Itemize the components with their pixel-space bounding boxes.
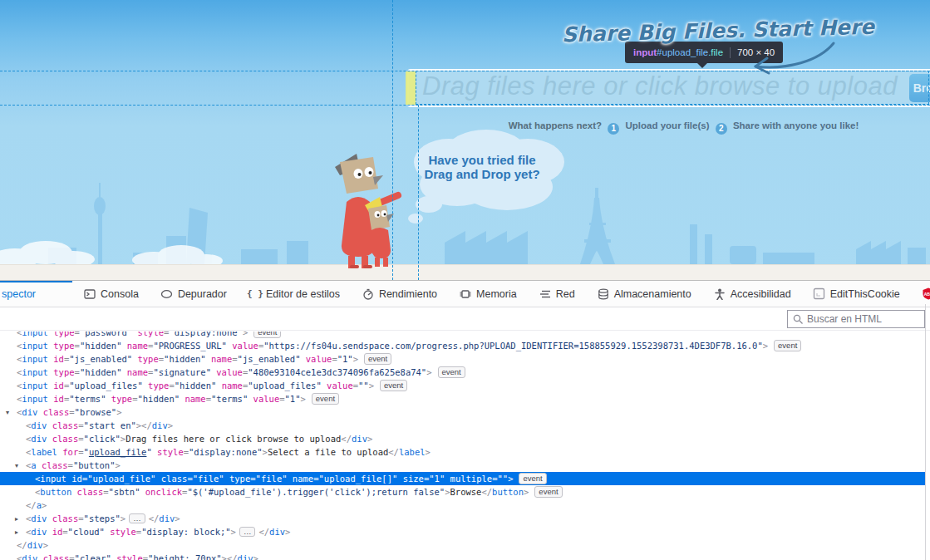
markup-line[interactable]: <input type="hidden" name="signature" va… bbox=[0, 366, 926, 379]
code-token: > bbox=[121, 513, 125, 523]
code-token: > bbox=[353, 354, 358, 364]
expander-collapsed-icon[interactable]: ▸ bbox=[15, 526, 18, 539]
tab-performance[interactable]: Rendimiento bbox=[351, 281, 448, 307]
code-token: Browse bbox=[450, 487, 481, 497]
markup-line[interactable]: <div class="start en"></div> bbox=[0, 419, 926, 432]
devtools-panel: spectorConsolaDepurador{ }Editor de esti… bbox=[0, 280, 930, 560]
tab-styleeditor[interactable]: { }Editor de estilos bbox=[238, 281, 351, 307]
code-token: button bbox=[492, 487, 524, 497]
event-badge[interactable]: event bbox=[774, 340, 801, 351]
code-token: "" bbox=[358, 381, 369, 391]
markup-line[interactable]: ▸<div class="steps">…</div> bbox=[0, 512, 926, 525]
html-search-box[interactable] bbox=[787, 310, 925, 328]
event-badge[interactable]: event bbox=[253, 332, 281, 338]
expander-open-icon[interactable]: ▾ bbox=[6, 406, 9, 420]
code-token: input bbox=[22, 394, 48, 404]
accessibility-icon bbox=[713, 288, 726, 300]
code-token: "display: block;" bbox=[141, 527, 230, 537]
storage-icon bbox=[597, 288, 610, 300]
markup-line-selected[interactable]: <input id="upload_file" class="file" typ… bbox=[0, 472, 926, 485]
code-token: "display:none" bbox=[169, 332, 243, 337]
expander-collapsed-icon[interactable]: ▸ bbox=[15, 513, 18, 526]
event-badge[interactable]: event bbox=[438, 366, 465, 378]
code-token: name bbox=[222, 381, 243, 391]
ground-strip bbox=[0, 264, 930, 280]
markup-line[interactable]: <div class="click">Drag files here or cl… bbox=[0, 432, 926, 445]
code-token: div bbox=[352, 434, 367, 444]
network-icon bbox=[539, 288, 552, 300]
code-token: "1" bbox=[429, 474, 445, 484]
code-token: "file" bbox=[256, 474, 288, 484]
code-token: "start en" bbox=[84, 420, 136, 430]
event-badge[interactable]: event bbox=[364, 353, 391, 365]
tab-editthiscookie[interactable]: EditThisCookie bbox=[802, 281, 911, 307]
markup-line[interactable]: <div class="clear" style="height: 70px">… bbox=[0, 552, 926, 560]
code-token: type bbox=[111, 394, 132, 404]
code-token: size bbox=[403, 474, 424, 484]
markup-line[interactable]: <label for="upload_file" style="display:… bbox=[0, 445, 926, 459]
markup-line[interactable]: </div> bbox=[0, 538, 926, 552]
markup-line[interactable]: ▾<a class="button"> bbox=[0, 459, 926, 472]
code-token: > bbox=[243, 332, 248, 337]
code-token: div bbox=[152, 420, 168, 430]
tab-debugger[interactable]: Depurador bbox=[150, 281, 238, 307]
markup-line[interactable]: ▾<div class="browse"> bbox=[0, 405, 926, 419]
markup-line[interactable]: <input type="hidden" name="PROGRESS_URL"… bbox=[0, 339, 926, 352]
markup-line[interactable]: <input id="js_enabled" type="hidden" nam… bbox=[0, 352, 926, 366]
expander-open-icon[interactable]: ▾ bbox=[15, 459, 18, 473]
tab-storage[interactable]: Almacenamiento bbox=[586, 281, 702, 307]
code-token: class bbox=[77, 487, 104, 497]
tab-memory[interactable]: Memoria bbox=[448, 281, 528, 307]
markup-line[interactable]: </a> bbox=[0, 499, 926, 512]
tab-console[interactable]: Consola bbox=[72, 281, 150, 307]
editthiscookie-icon bbox=[813, 288, 826, 300]
code-token: name bbox=[127, 341, 148, 351]
collapsed-content-badge[interactable]: … bbox=[239, 527, 256, 537]
tab-network[interactable]: Red bbox=[528, 281, 586, 307]
code-token: style bbox=[137, 332, 164, 337]
markup-line[interactable]: ▸<div id="cloud" style="display: block;"… bbox=[0, 525, 926, 538]
code-token: id bbox=[53, 354, 64, 364]
code-token: name bbox=[293, 474, 313, 484]
code-token: input bbox=[40, 474, 66, 484]
code-token: > bbox=[231, 527, 236, 537]
code-token: "js_enabled" bbox=[238, 354, 301, 364]
event-badge[interactable]: event bbox=[534, 486, 562, 498]
code-token: "click" bbox=[84, 434, 121, 444]
code-token: "js_enabled" bbox=[69, 354, 132, 364]
collapsed-content-badge[interactable]: … bbox=[129, 513, 145, 523]
code-token: "file" bbox=[193, 474, 224, 484]
event-badge[interactable]: event bbox=[312, 393, 339, 405]
markup-line[interactable]: <input id="upload_files" type="hidden" n… bbox=[0, 379, 926, 392]
code-token: name bbox=[127, 367, 148, 377]
markup-line[interactable]: <button class="sbtn" onclick="$('#upload… bbox=[0, 485, 926, 499]
code-token: > bbox=[367, 434, 372, 444]
steps-intro: What happens next? bbox=[509, 120, 602, 130]
tab-adblockplus[interactable]: ABPAdblock Plus bbox=[911, 281, 930, 307]
event-badge[interactable]: event bbox=[380, 380, 407, 391]
code-token: div bbox=[31, 513, 47, 523]
code-token: "hidden" bbox=[80, 367, 122, 377]
code-token: type bbox=[137, 354, 158, 364]
code-token: name bbox=[211, 354, 232, 364]
code-token: </ bbox=[258, 527, 269, 537]
code-token: style bbox=[157, 447, 184, 457]
markup-line[interactable]: <input id="terms" type="hidden" name="te… bbox=[0, 392, 926, 405]
code-token: </ bbox=[17, 540, 27, 550]
search-input[interactable] bbox=[807, 313, 915, 325]
guide-line-bottom bbox=[0, 105, 930, 106]
tab-label: Almacenamiento bbox=[614, 288, 691, 300]
inspector-toolbar bbox=[0, 307, 930, 331]
tab-inspector[interactable]: spector bbox=[0, 281, 72, 307]
code-token: Drag files here or click browse to uploa… bbox=[125, 434, 341, 444]
code-token: > bbox=[301, 394, 306, 404]
event-badge[interactable]: event bbox=[519, 473, 546, 484]
markup-line[interactable]: <input type="password" style="display:no… bbox=[0, 332, 926, 339]
headline-arrow-icon bbox=[736, 38, 839, 80]
code-token: label bbox=[399, 447, 426, 457]
code-token: "hidden" bbox=[164, 354, 206, 364]
highlight-margin-strip bbox=[406, 71, 416, 105]
tooltip-tag: input bbox=[633, 47, 657, 57]
tab-accessibility[interactable]: Accesibilidad bbox=[702, 281, 802, 307]
guide-line-left-outer bbox=[392, 0, 393, 280]
